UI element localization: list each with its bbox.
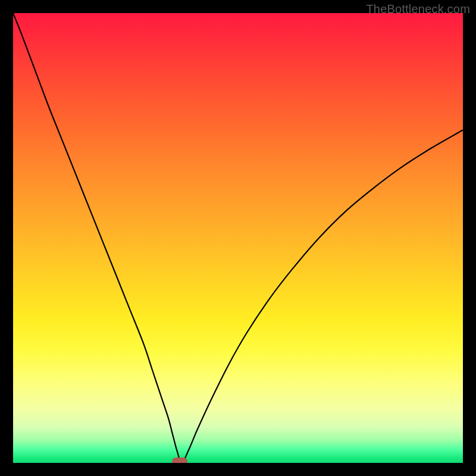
plot-area	[13, 13, 463, 463]
bottleneck-curve	[13, 13, 463, 463]
optimal-marker	[172, 458, 187, 463]
chart-frame: TheBottleneck.com	[0, 0, 476, 476]
watermark-text: TheBottleneck.com	[366, 2, 470, 16]
curve-layer	[13, 13, 463, 463]
